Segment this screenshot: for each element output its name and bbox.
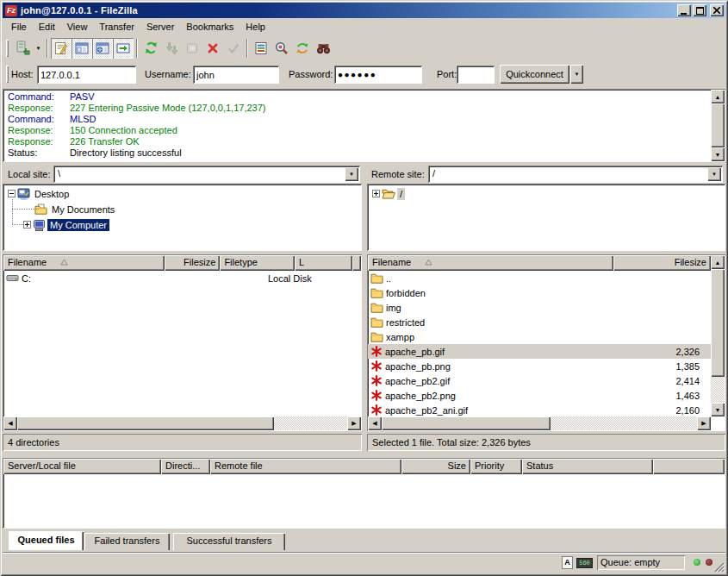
refresh-icon[interactable] [140, 38, 161, 59]
local-hscroll-thumb[interactable] [17, 416, 274, 430]
remote-site-combo[interactable]: / ▼ [428, 166, 723, 183]
menu-file[interactable]: File [5, 19, 33, 34]
local-site-combo-arrow-icon[interactable]: ▼ [345, 167, 358, 181]
host-input[interactable] [37, 66, 136, 84]
column-header-label: Directi... [165, 460, 200, 471]
file-name: forbidden [386, 288, 429, 298]
scroll-left-icon[interactable]: ◀ [3, 416, 17, 430]
menu-transfer[interactable]: Transfer [93, 19, 140, 34]
column-header-filesize[interactable]: Filesize [613, 255, 711, 271]
scroll-down-icon[interactable]: ▼ [711, 403, 725, 416]
column-header-filename[interactable]: Filename [368, 255, 613, 271]
local-site-combo[interactable]: \ ▼ [53, 166, 360, 183]
tree-item[interactable]: My Computer [3, 217, 360, 232]
folder-icon [370, 272, 383, 284]
remote-list-header: FilenameFilesize [368, 255, 725, 271]
disconnect-icon[interactable] [202, 38, 223, 59]
expand-icon[interactable] [372, 190, 380, 197]
file-row[interactable]: forbidden [368, 285, 711, 300]
expand-icon[interactable] [23, 221, 31, 229]
process-queue-icon[interactable] [161, 38, 182, 59]
remote-hscrollbar[interactable]: ◀ ▶ [368, 416, 711, 430]
column-header-directi-[interactable]: Directi... [161, 459, 210, 474]
file-row[interactable]: apache_pb2.png1,463 [368, 388, 711, 403]
log-scroll-thumb[interactable] [711, 103, 725, 147]
tab-queued-files[interactable]: Queued files [9, 531, 84, 550]
tree-item[interactable]: My Documents [3, 202, 360, 216]
column-header-filename[interactable]: Filename [3, 255, 165, 271]
tab-failed-transfers[interactable]: Failed transfers [84, 533, 170, 550]
file-row[interactable]: .. [368, 271, 711, 285]
menu-help[interactable]: Help [240, 19, 271, 34]
remote-vscrollbar[interactable]: ▲ ▼ [711, 255, 725, 416]
column-header-filesize[interactable]: Filesize [165, 255, 221, 271]
quickconnect-button[interactable]: Quickconnect [500, 65, 569, 84]
tree-item[interactable]: Desktop [3, 186, 360, 201]
scroll-down-icon[interactable]: ▼ [711, 147, 725, 161]
close-button[interactable] [710, 4, 724, 16]
speed-limit-indicator[interactable]: 560 [576, 558, 593, 568]
column-header-server-local-file[interactable]: Server/Local file [3, 459, 161, 474]
file-name: apache_pb.gif [385, 347, 448, 357]
reconnect-icon[interactable] [223, 38, 244, 59]
file-row[interactable]: img [368, 300, 711, 315]
directory-comparison-icon[interactable] [271, 38, 292, 59]
minimize-button[interactable] [677, 4, 691, 16]
file-name: .. [386, 273, 395, 284]
file-row[interactable]: C:Local Disk [3, 271, 361, 285]
column-header-filetype[interactable]: Filetype [220, 255, 295, 271]
quickconnect-bar: Host: Username: Password: Port: Quickcon… [3, 59, 725, 89]
remote-tree-toggle-icon[interactable] [92, 38, 113, 59]
scroll-up-icon[interactable]: ▲ [711, 255, 725, 269]
queue-toggle-icon[interactable] [113, 38, 134, 59]
column-header-size[interactable]: Size [401, 459, 470, 474]
message-log-toggle-icon[interactable] [51, 38, 72, 59]
toolbar: ▼ [3, 36, 725, 59]
file-row[interactable]: apache_pb.png1,385 [368, 359, 711, 373]
remote-vscroll-thumb[interactable] [711, 269, 725, 377]
column-header-priority[interactable]: Priority [470, 459, 522, 474]
log-vscrollbar[interactable]: ▲ ▼ [711, 90, 725, 161]
find-files-icon[interactable] [313, 38, 333, 59]
tab-successful-transfers[interactable]: Successful transfers [173, 533, 285, 550]
port-input[interactable] [457, 66, 495, 84]
file-row[interactable]: apache_pb2.gif2,414 [368, 373, 711, 388]
cancel-operation-icon[interactable] [182, 38, 202, 59]
sort-ascending-icon [425, 257, 432, 267]
column-header-status[interactable]: Status [522, 459, 653, 474]
collapse-icon[interactable] [8, 190, 16, 197]
local-tree-toggle-icon[interactable] [72, 38, 92, 59]
log-line-type: Response: [4, 136, 70, 147]
site-manager-icon[interactable] [12, 38, 33, 59]
remote-hscroll-thumb[interactable] [382, 416, 551, 430]
scroll-right-icon[interactable]: ▶ [347, 416, 361, 430]
toolbar-dropdown-arrow-icon[interactable]: ▼ [33, 38, 44, 59]
maximize-button[interactable] [693, 4, 706, 16]
menu-bookmarks[interactable]: Bookmarks [180, 19, 240, 34]
file-row[interactable]: restricted [368, 315, 711, 329]
file-row[interactable]: apache_pb.gif2,326 [368, 344, 711, 359]
transfer-type-indicator[interactable]: A [562, 556, 573, 569]
queue-status-panel: Queue: empty [597, 555, 685, 570]
synchronized-browsing-icon[interactable] [292, 38, 313, 59]
quickconnect-dropdown-button[interactable]: ▼ [570, 65, 583, 84]
scroll-right-icon[interactable]: ▶ [697, 416, 711, 430]
resize-grip-icon[interactable] [713, 561, 725, 573]
username-input[interactable] [193, 66, 279, 84]
scroll-left-icon[interactable]: ◀ [368, 416, 382, 430]
remote-site-combo-arrow-icon[interactable]: ▼ [707, 167, 721, 181]
column-header-l[interactable]: L [295, 255, 352, 271]
menu-edit[interactable]: Edit [33, 19, 61, 34]
menu-view[interactable]: View [61, 19, 94, 34]
column-header-remote-file[interactable]: Remote file [210, 459, 401, 474]
tree-item[interactable]: / [367, 186, 724, 201]
scroll-up-icon[interactable]: ▲ [711, 90, 725, 103]
menu-server[interactable]: Server [140, 19, 180, 34]
password-input[interactable] [334, 66, 422, 84]
file-row[interactable]: apache_pb2_ani.gif2,160 [368, 403, 711, 416]
file-row[interactable]: xampp [368, 329, 711, 344]
local-hscrollbar[interactable]: ◀ ▶ [3, 416, 361, 430]
toolbar-separator [47, 39, 48, 58]
title-bar[interactable]: Fz john@127.0.0.1 - FileZilla [3, 3, 725, 18]
filter-icon[interactable] [251, 38, 271, 59]
